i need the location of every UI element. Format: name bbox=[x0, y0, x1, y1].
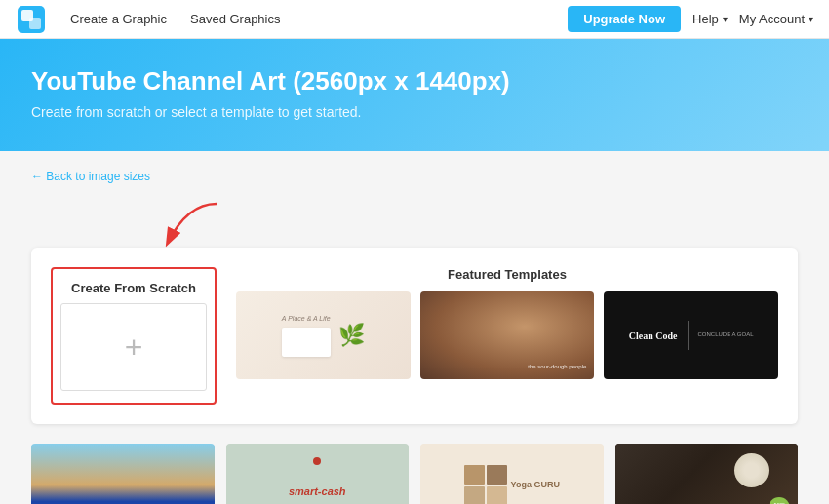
bottom-template-row: VIDEOS WORTH WATCHING. smart-cash Yoga G… bbox=[31, 444, 798, 504]
create-from-scratch-section: Create From Scratch + bbox=[51, 267, 217, 405]
template-3-divider bbox=[688, 321, 689, 350]
smart-cash-dot bbox=[313, 457, 321, 465]
yoga-guru-label: Yoga GURU bbox=[511, 480, 560, 490]
red-arrow bbox=[109, 199, 226, 252]
template-2-text: the sour-dough people bbox=[528, 364, 586, 371]
page-subtitle: Create from scratch or select a template… bbox=[31, 104, 798, 120]
template-3-subtitle: CONCLUDE A GOAL bbox=[698, 330, 754, 340]
bottom-thumb-4[interactable]: JUICE BAR bbox=[615, 444, 799, 504]
yoga-photo-2 bbox=[487, 465, 507, 485]
hero-banner: YouTube Channel Art (2560px x 1440px) Cr… bbox=[0, 39, 829, 151]
bottom-thumb-1[interactable]: VIDEOS WORTH WATCHING. bbox=[31, 444, 215, 504]
app-logo[interactable] bbox=[16, 4, 47, 35]
bottom-thumb-2[interactable]: smart-cash bbox=[226, 444, 410, 504]
bottom-thumb-2-text: smart-cash bbox=[289, 485, 346, 497]
bottom-thumb-3[interactable]: Yoga GURU bbox=[420, 444, 604, 504]
featured-header: Featured Templates bbox=[236, 267, 778, 282]
navbar-right: Upgrade Now Help My Account bbox=[568, 6, 813, 32]
navbar-links: Create a Graphic Saved Graphics bbox=[59, 0, 568, 39]
create-scratch-box[interactable]: + bbox=[60, 303, 207, 391]
svg-rect-2 bbox=[29, 18, 41, 29]
plus-icon: + bbox=[125, 331, 143, 363]
yoga-photo-4 bbox=[487, 486, 507, 505]
arrow-container bbox=[31, 199, 798, 257]
juice-bar-bg bbox=[615, 444, 799, 504]
template-card: Create From Scratch + Featured Templates… bbox=[31, 248, 798, 424]
main-content: ← Back to image sizes Create From Scratc… bbox=[0, 151, 829, 504]
account-dropdown[interactable]: My Account bbox=[739, 12, 813, 26]
template-thumb-1[interactable]: A Place & A Life 🌿 bbox=[236, 291, 411, 379]
saved-graphics-link[interactable]: Saved Graphics bbox=[178, 0, 293, 39]
template-1-desk bbox=[282, 328, 331, 357]
back-link[interactable]: ← Back to image sizes bbox=[31, 170, 150, 183]
upgrade-button[interactable]: Upgrade Now bbox=[568, 6, 681, 32]
template-thumb-2[interactable]: the sour-dough people bbox=[420, 291, 595, 379]
yoga-photo-1 bbox=[464, 465, 485, 485]
yoga-photos-grid bbox=[464, 465, 507, 505]
create-scratch-label: Create From Scratch bbox=[71, 281, 196, 295]
template-1-text: A Place & A Life bbox=[282, 314, 331, 324]
template-grid: Create From Scratch + Featured Templates… bbox=[51, 267, 778, 405]
template-3-title: Clean Code bbox=[629, 330, 678, 341]
template-1-text-block: A Place & A Life bbox=[282, 314, 331, 357]
help-dropdown[interactable]: Help bbox=[692, 12, 728, 26]
create-graphic-link[interactable]: Create a Graphic bbox=[59, 0, 178, 39]
bottom-thumb-3-inner: Yoga GURU bbox=[464, 465, 560, 505]
featured-templates-row: A Place & A Life 🌿 the sour-dough people bbox=[236, 291, 778, 379]
yoga-photo-3 bbox=[464, 486, 485, 505]
featured-section: Featured Templates A Place & A Life 🌿 bbox=[236, 267, 778, 405]
template-thumb-3[interactable]: Clean Code CONCLUDE A GOAL bbox=[604, 291, 778, 379]
page-title: YouTube Channel Art (2560px x 1440px) bbox=[31, 66, 798, 97]
plant-icon: 🌿 bbox=[338, 325, 365, 346]
juice-bar-circle bbox=[734, 453, 769, 487]
navbar: Create a Graphic Saved Graphics Upgrade … bbox=[0, 0, 829, 39]
template-1-content: A Place & A Life 🌿 bbox=[274, 306, 373, 365]
